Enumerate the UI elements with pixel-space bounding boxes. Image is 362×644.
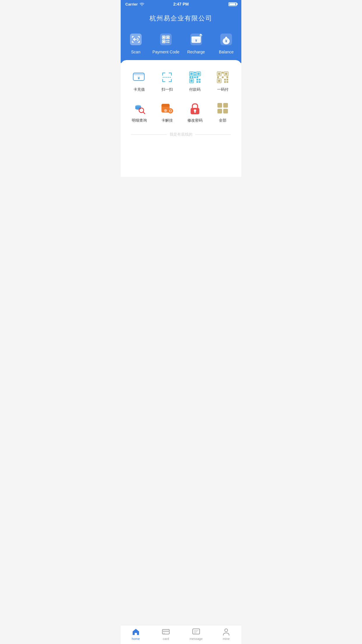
recharge-button[interactable]: ¥ Recharge: [181, 32, 211, 54]
svg-rect-15: [191, 36, 201, 38]
svg-rect-71: [168, 111, 169, 111]
payment-qr-item[interactable]: 付款码: [181, 67, 209, 95]
scan-icon: [128, 32, 144, 47]
card-unblock-icon: [160, 101, 174, 116]
card-recharge-item[interactable]: ¥ 卡充值: [125, 67, 153, 95]
status-time: 2:47 PM: [173, 2, 189, 6]
svg-rect-31: [190, 80, 193, 82]
svg-rect-27: [190, 73, 193, 75]
all-icon: [215, 101, 230, 116]
svg-rect-72: [172, 111, 173, 111]
recharge-icon: ¥: [188, 32, 204, 47]
detail-query-label: 明细查询: [132, 118, 147, 123]
payment-code-icon: [158, 32, 174, 47]
scan-scan-icon: [160, 70, 174, 85]
svg-rect-34: [196, 81, 198, 83]
svg-rect-11: [166, 42, 168, 43]
svg-rect-49: [226, 79, 228, 80]
scan-button[interactable]: Scan: [121, 32, 151, 54]
svg-rect-48: [224, 79, 226, 80]
card-recharge-label: 卡充值: [133, 87, 145, 92]
scan-scan-item[interactable]: 扫一扫: [153, 67, 181, 95]
svg-rect-51: [226, 81, 228, 83]
svg-text:¥: ¥: [195, 39, 197, 42]
svg-rect-43: [218, 73, 220, 75]
svg-rect-23: [133, 73, 144, 75]
scan-label: Scan: [131, 50, 140, 54]
all-item[interactable]: 全部: [209, 98, 237, 126]
svg-rect-55: [226, 76, 228, 78]
svg-rect-79: [223, 109, 228, 113]
svg-rect-64: [161, 104, 170, 107]
page-title: 杭州易企业有限公司: [121, 11, 241, 29]
svg-rect-52: [222, 72, 224, 74]
svg-rect-39: [192, 76, 194, 78]
balance-button[interactable]: ¥ Balance: [211, 32, 242, 54]
svg-rect-36: [194, 72, 196, 74]
svg-rect-12: [168, 42, 169, 43]
scan-scan-label: 扫一扫: [161, 87, 173, 92]
payment-qr-icon: [188, 70, 202, 85]
carrier-text: Carrier: [125, 2, 138, 6]
all-label: 全部: [219, 118, 226, 123]
svg-rect-2: [160, 34, 172, 45]
status-left: Carrier: [125, 2, 144, 6]
balance-icon: ¥: [218, 32, 234, 47]
divider-text: 我是有底线的: [170, 132, 192, 137]
card-recharge-icon: ¥: [132, 70, 147, 85]
balance-label: Balance: [219, 50, 234, 54]
divider-line-left: [131, 134, 167, 135]
payment-code-button[interactable]: Payment Code: [151, 32, 181, 54]
battery-icon: [229, 2, 237, 6]
one-pay-label: 一码付: [217, 87, 229, 92]
svg-rect-53: [217, 76, 219, 78]
svg-rect-20: [225, 37, 227, 38]
svg-rect-76: [217, 103, 222, 108]
svg-rect-35: [199, 81, 201, 83]
card-unblock-label: 卡解挂: [161, 118, 173, 123]
change-password-item[interactable]: 修改密码: [181, 98, 209, 126]
svg-rect-45: [225, 73, 227, 75]
svg-rect-78: [217, 109, 222, 113]
svg-rect-75: [194, 111, 196, 113]
change-password-icon: [188, 101, 202, 116]
svg-rect-70: [170, 112, 171, 113]
divider-line-right: [195, 134, 231, 135]
header: 杭州易企业有限公司 Scan: [121, 8, 241, 63]
detail-query-item[interactable]: 明细查询: [125, 98, 153, 126]
svg-point-68: [170, 110, 171, 112]
svg-rect-33: [199, 79, 201, 80]
top-actions: Scan Payment C: [121, 29, 241, 63]
svg-rect-32: [196, 79, 198, 80]
feature-grid: ¥ 卡充值 扫一扫: [125, 67, 237, 126]
svg-rect-37: [194, 74, 196, 76]
svg-rect-54: [222, 76, 224, 78]
one-pay-icon: [215, 70, 230, 85]
svg-rect-77: [223, 103, 228, 108]
payment-code-label: Payment Code: [152, 50, 180, 54]
svg-rect-8: [163, 41, 165, 42]
svg-point-65: [164, 109, 167, 112]
svg-text:¥: ¥: [138, 76, 140, 80]
svg-rect-9: [166, 40, 168, 41]
svg-rect-40: [194, 76, 196, 78]
svg-rect-38: [189, 76, 191, 78]
wifi-icon: [140, 2, 144, 6]
svg-text:¥: ¥: [225, 39, 227, 43]
main-content: ¥ 卡充值 扫一扫: [121, 60, 241, 177]
one-pay-item[interactable]: 一码付: [209, 67, 237, 95]
detail-query-icon: [132, 101, 147, 116]
payment-qr-label: 付款码: [189, 87, 201, 92]
change-password-label: 修改密码: [187, 118, 203, 123]
svg-rect-4: [163, 36, 165, 38]
divider: 我是有底线的: [131, 132, 231, 137]
svg-rect-47: [218, 80, 220, 82]
svg-rect-29: [197, 73, 200, 75]
svg-rect-69: [170, 108, 171, 109]
svg-rect-6: [167, 36, 169, 38]
status-bar: Carrier 2:47 PM: [121, 0, 241, 8]
recharge-label: Recharge: [187, 50, 205, 54]
svg-line-62: [143, 112, 145, 114]
card-unblock-item[interactable]: 卡解挂: [153, 98, 181, 126]
svg-rect-10: [168, 40, 169, 41]
